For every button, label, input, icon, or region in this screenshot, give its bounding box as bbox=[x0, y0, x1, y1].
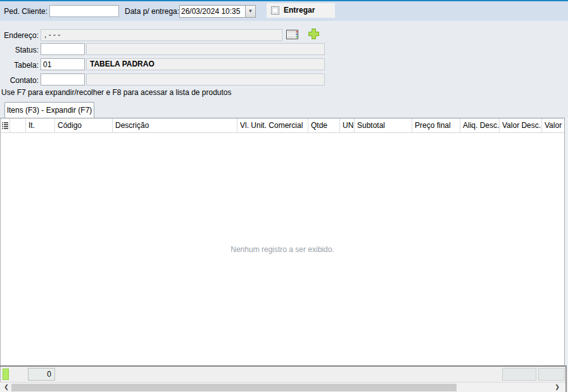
endereco-field: , - - - bbox=[41, 29, 282, 41]
column-header-qtde[interactable]: Qtde bbox=[308, 118, 340, 132]
data-entrega-dropdown-button[interactable]: ▾ bbox=[246, 5, 256, 18]
status-indicator-block bbox=[3, 369, 9, 380]
keyboard-hint-text: Use F7 para expandir/recolher e F8 para … bbox=[1, 88, 232, 97]
grid-indicator-column-header bbox=[10, 118, 26, 132]
plus-icon bbox=[308, 28, 320, 40]
contato-code-input[interactable] bbox=[41, 73, 85, 85]
tabela-desc-field: TABELA PADRAO bbox=[86, 58, 325, 70]
ped-cliente-input[interactable] bbox=[49, 5, 119, 17]
table-lookup-icon bbox=[286, 30, 298, 39]
status-code-input[interactable] bbox=[41, 43, 85, 55]
entregar-panel: Entregar bbox=[267, 3, 335, 18]
column-header-subtotal[interactable]: Subtotal bbox=[355, 118, 412, 132]
column-header-valor-desc[interactable]: Valor Desc. bbox=[500, 118, 542, 132]
grid-footer-bar: 0 bbox=[0, 367, 565, 382]
scroll-right-button[interactable]: ❯ bbox=[552, 383, 562, 392]
items-grid: It.CódigoDescriçãoVl. Unit. ComercialQtd… bbox=[0, 118, 565, 365]
grid-header-row: It.CódigoDescriçãoVl. Unit. ComercialQtd… bbox=[1, 118, 564, 133]
tab-itens[interactable]: Itens (F3) - Expandir (F7) bbox=[4, 102, 94, 118]
column-header-descri-o[interactable]: Descrição bbox=[113, 118, 237, 132]
chevron-down-icon: ▾ bbox=[249, 8, 252, 14]
grid-corner-cell[interactable] bbox=[1, 118, 10, 132]
scroll-left-button[interactable]: ❮ bbox=[1, 383, 11, 392]
grid-right-strip bbox=[565, 118, 568, 365]
entregar-checkbox[interactable] bbox=[271, 6, 279, 15]
scrollbar-thumb[interactable] bbox=[11, 384, 457, 391]
column-header-it[interactable]: It. bbox=[26, 118, 55, 132]
scroll-right-icon: ❯ bbox=[555, 384, 560, 390]
status-label: Status: bbox=[0, 44, 39, 56]
column-header-pre-o-final[interactable]: Preço final bbox=[412, 118, 460, 132]
drag-handle-icon bbox=[2, 122, 8, 129]
item-count-box: 0 bbox=[28, 368, 55, 381]
data-entrega-input[interactable] bbox=[179, 5, 246, 18]
endereco-label: Endereço: bbox=[0, 30, 39, 42]
horizontal-scrollbar[interactable]: ❮ ❯ bbox=[0, 382, 565, 392]
tabela-code-input[interactable] bbox=[41, 58, 85, 70]
order-entry-window: Ped. Cliente: Data p/ entrega: ▾ Entrega… bbox=[0, 0, 568, 392]
ped-cliente-label: Ped. Cliente: bbox=[0, 6, 47, 18]
contato-label: Contato: bbox=[0, 75, 39, 87]
add-address-button[interactable] bbox=[308, 28, 320, 40]
column-header-un[interactable]: UN bbox=[340, 118, 355, 132]
entregar-label: Entregar bbox=[284, 6, 315, 15]
scroll-left-icon: ❮ bbox=[4, 384, 9, 390]
contato-desc-field bbox=[86, 73, 325, 85]
footer-summary-box-2 bbox=[538, 368, 565, 381]
endereco-lookup-button[interactable] bbox=[286, 30, 298, 39]
column-header-vl-unit-comercial[interactable]: Vl. Unit. Comercial bbox=[237, 118, 308, 132]
footer-summary-box-1 bbox=[502, 368, 536, 381]
data-entrega-picker: ▾ bbox=[179, 5, 256, 18]
column-header-c-digo[interactable]: Código bbox=[55, 118, 113, 132]
status-desc-field bbox=[86, 43, 325, 55]
column-header-valor[interactable]: Valor bbox=[542, 118, 565, 132]
grid-empty-message: Nenhum registro a ser exibido. bbox=[1, 245, 564, 254]
tabela-label: Tabela: bbox=[0, 60, 39, 72]
column-header-aliq-desc[interactable]: Aliq. Desc. bbox=[460, 118, 500, 132]
data-entrega-label: Data p/ entrega: bbox=[125, 6, 178, 18]
